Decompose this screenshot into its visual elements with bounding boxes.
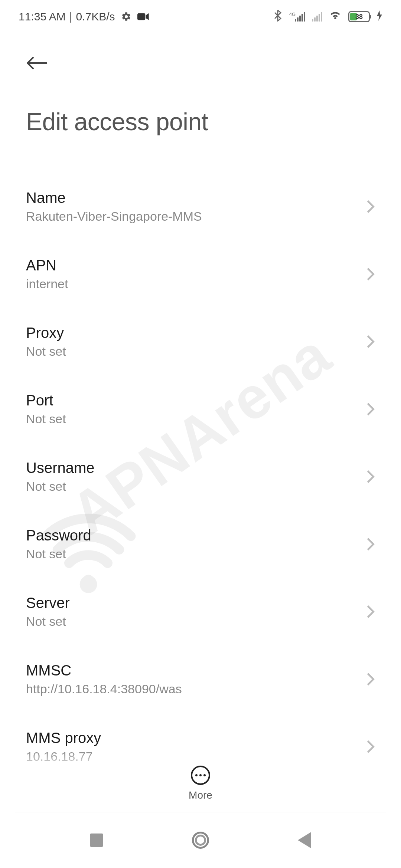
battery-icon: 38 [348,11,370,22]
setting-password[interactable]: Password Not set [26,510,375,578]
chevron-right-icon [366,335,375,349]
setting-label: Server [26,595,70,611]
status-right: 4G 38 [274,10,382,24]
setting-label: Proxy [26,325,66,341]
more-dots-icon [195,774,198,776]
setting-proxy[interactable]: Proxy Not set [26,308,375,375]
setting-label: APN [26,257,68,274]
network-type-label: 4G [289,11,296,17]
signal-icon-1 [295,12,305,22]
setting-value: Not set [26,479,95,494]
video-icon [137,12,149,21]
header: Edit access point [0,33,401,143]
status-time: 11:35 AM [19,10,66,23]
status-left: 11:35 AM | 0.7KB/s [19,10,149,23]
arrow-left-icon [26,56,48,70]
setting-apn[interactable]: APN internet [26,240,375,308]
setting-label: Name [26,190,202,206]
chevron-right-icon [366,605,375,619]
more-label: More [189,789,212,801]
triangle-left-icon [298,832,311,848]
status-speed: 0.7KB/s [76,10,115,23]
chevron-right-icon [366,402,375,416]
setting-value: Rakuten-Viber-Singapore-MMS [26,209,202,224]
setting-value: Not set [26,547,91,561]
more-button[interactable] [191,766,210,785]
setting-value: Not set [26,344,66,359]
chevron-right-icon [366,672,375,686]
chevron-right-icon [366,470,375,484]
setting-username[interactable]: Username Not set [26,443,375,510]
setting-mmsc[interactable]: MMSC http://10.16.18.4:38090/was [26,645,375,713]
battery-percent: 38 [349,13,369,21]
setting-value: http://10.16.18.4:38090/was [26,682,182,696]
charging-icon [376,10,382,23]
status-separator: | [69,10,72,23]
setting-value: internet [26,277,68,291]
setting-name[interactable]: Name Rakuten-Viber-Singapore-MMS [26,173,375,240]
bottom-action-bar: More [0,751,401,801]
nav-recent-button[interactable] [85,829,108,851]
setting-value: Not set [26,412,66,426]
circle-icon [192,832,209,849]
setting-label: Password [26,527,91,544]
svg-rect-1 [137,13,145,20]
page-title: Edit access point [26,108,375,136]
nav-home-button[interactable] [189,829,212,851]
settings-list: Name Rakuten-Viber-Singapore-MMS APN int… [0,143,401,780]
chevron-right-icon [366,200,375,214]
setting-label: MMSC [26,662,182,679]
setting-label: MMS proxy [26,730,101,746]
setting-label: Port [26,392,66,409]
signal-icon-2 [312,12,322,22]
back-button[interactable] [26,52,48,74]
bluetooth-icon [274,10,282,24]
chevron-right-icon [366,537,375,551]
nav-back-button[interactable] [293,829,316,851]
setting-label: Username [26,460,95,476]
status-bar: 11:35 AM | 0.7KB/s 4G 38 [0,0,401,33]
setting-server[interactable]: Server Not set [26,578,375,645]
wifi-icon [329,10,342,23]
system-nav-bar [0,812,401,868]
setting-value: Not set [26,614,70,629]
square-icon [90,834,103,847]
chevron-right-icon [366,267,375,281]
gear-icon [121,11,131,22]
setting-port[interactable]: Port Not set [26,375,375,443]
